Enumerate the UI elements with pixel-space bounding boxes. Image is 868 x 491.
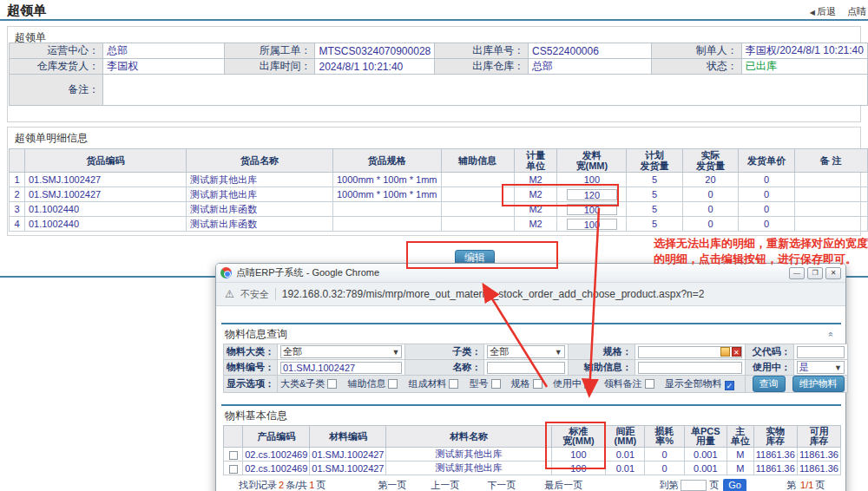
spec-clear-icon[interactable]: ✕ (732, 347, 741, 357)
material-query-section: 物料信息查询 » 物料大类： 全部▼ 子类： 全部▼ 规格： ✕ (221, 323, 841, 393)
option-checkbox[interactable] (584, 379, 594, 389)
minimize-button[interactable]: — (789, 267, 805, 279)
cell-aux (441, 187, 514, 202)
popup-titlebar[interactable]: 点睛ERP子系统 - Google Chrome — ❐ ✕ (216, 264, 845, 283)
main-page: 超领单 ◀后退 点睛 超领单 运营中心： 总部 所属工单： MTSCS03240… (0, 0, 868, 491)
cell-actual: 20 (682, 173, 739, 187)
cell-no: 2 (10, 187, 25, 202)
last-page-link[interactable]: 最后一页 (544, 479, 582, 491)
search-button[interactable]: 查询 (753, 376, 786, 392)
table-row: 4 01.1002440 测试新出库函数 M2 100 5 0 0 (10, 217, 868, 232)
col-select (224, 426, 243, 448)
label-aux-info: 辅助信息： (568, 360, 635, 376)
popup-urlbar: ⚠ 不安全 192.168.0.32:789/mis/mrp/more_out_… (216, 283, 845, 306)
back-link[interactable]: ◀后退 (810, 6, 836, 16)
label-workorder: 所属工单： (224, 43, 315, 59)
label-remark: 备注： (10, 75, 103, 106)
row-checkbox[interactable] (229, 465, 238, 474)
option-checkbox[interactable] (327, 379, 337, 389)
cell-remark (794, 187, 867, 202)
cell-material-name: 测试新其他出库 (386, 462, 551, 475)
big-class-select[interactable]: 全部▼ (280, 345, 402, 358)
option-checkbox[interactable] (449, 379, 458, 389)
col-plan: 计划 发货量 (627, 149, 682, 173)
cell-name: 测试新出库函数 (186, 217, 332, 232)
detail-panel-title: 超领单明细信息 (8, 128, 860, 147)
records-found: 找到记录2条/共1页 (239, 479, 326, 491)
material-no-input[interactable] (280, 362, 402, 374)
label-out-time: 出库时间： (224, 59, 315, 75)
value-remark (103, 75, 868, 106)
option-checkbox[interactable] (533, 379, 542, 389)
col-available: 可用 库存 (797, 426, 840, 448)
col-actual: 实际 发货量 (682, 149, 739, 173)
cell-aux (441, 173, 514, 187)
spec-picker-icon[interactable] (720, 347, 730, 357)
prev-page-link[interactable]: 上一页 (431, 479, 459, 491)
go-button[interactable]: Go (723, 479, 746, 491)
cell-main-unit: M (727, 448, 753, 462)
close-button[interactable]: ✕ (825, 267, 841, 279)
cell-actual: 0 (682, 187, 739, 202)
query-section-title: 物料信息查询 (225, 327, 831, 342)
cell-unit: M2 (514, 217, 557, 232)
aux-info-input[interactable] (638, 362, 742, 374)
cell-code: 01.1002440 (24, 202, 186, 217)
cell-code: 01.SMJ.1002427 (24, 173, 186, 187)
cell-remark (794, 217, 867, 232)
label-spec: 规格： (568, 344, 635, 360)
label-in-use: 使用中： (745, 360, 793, 376)
first-page-link[interactable]: 第一页 (378, 479, 406, 491)
restore-button[interactable]: ❐ (807, 267, 823, 279)
nav-right-link[interactable]: 点睛 (847, 6, 866, 16)
col-material-code: 材料编码 (310, 426, 386, 448)
option-checkbox[interactable] (388, 379, 398, 389)
cell-no: 4 (10, 217, 25, 232)
cell-code: 01.1002440 (24, 217, 186, 232)
label-material-no: 物料编号： (224, 360, 278, 376)
goto-page-input[interactable] (681, 480, 707, 491)
option-checkbox[interactable] (645, 379, 654, 389)
cell-name: 测试新出库函数 (186, 202, 332, 217)
order-form: 运营中心： 总部 所属工单： MTSCS0324070900028 出库单号： … (9, 43, 868, 106)
pagination-bar: 找到记录2条/共1页 第一页 上一页 下一页 最后一页 到第 页 Go 第 1/… (221, 475, 841, 491)
cell-unit: M2 (514, 187, 557, 202)
cell-material-code: 01.SMJ.1002427 (310, 448, 386, 462)
value-center: 总部 (103, 43, 224, 59)
parent-code-input[interactable] (797, 346, 845, 358)
cell-material-code: 01.SMJ.1002427 (310, 462, 386, 475)
query-buttons-cell: 查询 维护物料 (745, 376, 847, 393)
maintain-material-button[interactable]: 维护物料 (792, 376, 845, 392)
goto-label: 到第 (659, 479, 678, 491)
label-out-no: 出库单号： (435, 43, 529, 59)
col-material-name: 材料名称 (386, 426, 551, 448)
sub-class-select[interactable]: 全部▼ (487, 345, 564, 358)
in-use-select[interactable]: 是▼ (797, 361, 845, 374)
width-input[interactable]: 120 (567, 189, 617, 200)
option-checkbox-checked[interactable]: ✓ (725, 381, 734, 390)
option-checkbox[interactable] (491, 379, 501, 389)
query-form: 物料大类： 全部▼ 子类： 全部▼ 规格： ✕ 父代码： (223, 344, 848, 393)
value-shipper: 李国权 (103, 59, 224, 75)
result-section-title: 物料基本信息 (225, 409, 836, 423)
chevron-down-icon: ▼ (834, 363, 842, 372)
col-width: 发料 宽(MM) (557, 149, 627, 173)
option-label: 辅助信息 (347, 378, 385, 389)
option-label: 型号 (470, 378, 489, 389)
collapse-icon[interactable]: » (826, 332, 841, 337)
option-label: 领料备注 (604, 378, 642, 389)
option-label: 规格 (511, 378, 530, 389)
col-pcs-usage: 单PCS 用量 (684, 426, 727, 448)
cell-stock: 11861.36 (753, 448, 797, 462)
cell-spec (332, 217, 441, 232)
back-arrow-icon: ◀ (810, 9, 815, 16)
row-checkbox[interactable] (229, 451, 238, 460)
chrome-icon (220, 267, 232, 278)
next-page-link[interactable]: 下一页 (487, 479, 516, 491)
current-page-info: 第 1/1页 (786, 479, 825, 491)
name-input[interactable] (487, 362, 564, 374)
width-input[interactable]: 100 (567, 219, 617, 230)
display-options-row: 大类&子类 辅助信息 组成材料 型号 规格 使用中 领料备注 显示全部物料✓ (278, 376, 746, 393)
width-input[interactable]: 100 (567, 204, 617, 215)
cell-stock: 11861.36 (753, 462, 797, 475)
